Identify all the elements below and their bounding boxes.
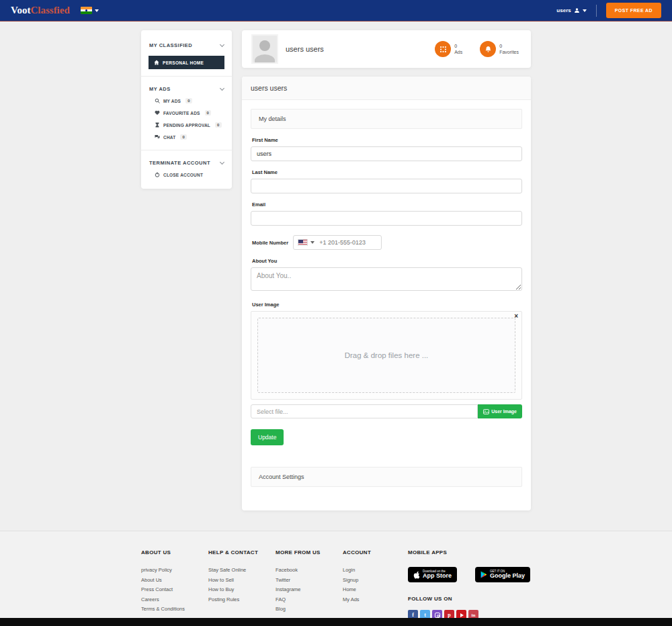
footer-column-title: ACCOUNT xyxy=(343,549,408,555)
ads-stat: 0Ads xyxy=(435,41,462,57)
sidebar-item-label: MY ADS xyxy=(163,99,181,103)
country-code-dropdown[interactable] xyxy=(298,239,314,246)
sidebar-item-chat[interactable]: CHAT 0 xyxy=(149,131,224,143)
section-title: TERMINATE ACCOUNT xyxy=(149,160,210,166)
favorites-stat: 0Favorites xyxy=(480,41,519,57)
sidebar-item-personal-home[interactable]: PERSONAL HOME xyxy=(149,56,224,69)
first-name-label: First Name xyxy=(252,137,521,143)
chevron-down-icon xyxy=(310,241,314,244)
app-store-badge[interactable]: Download on the App Store xyxy=(408,567,457,582)
camera-icon xyxy=(435,613,440,618)
chevron-down-icon xyxy=(220,42,224,46)
sidebar-item-favourite-ads[interactable]: FAVOURITE ADS 0 xyxy=(149,107,224,119)
appstore-line2: App Store xyxy=(423,573,452,579)
user-menu-label: users xyxy=(556,7,571,13)
us-flag-icon xyxy=(298,239,308,246)
update-button[interactable]: Update xyxy=(251,429,284,445)
search-ads-icon xyxy=(155,98,160,103)
bell-icon xyxy=(480,41,496,57)
post-free-ad-button[interactable]: POST FREE AD xyxy=(606,3,661,18)
first-name-input[interactable] xyxy=(251,146,522,161)
footer-link[interactable]: privacy Policy xyxy=(141,567,208,573)
hourglass-icon xyxy=(155,122,160,128)
user-image-label: User Image xyxy=(252,302,521,308)
user-icon xyxy=(574,7,580,13)
footer-link[interactable]: Press Contact xyxy=(141,586,208,592)
section-title: MY ADS xyxy=(149,86,171,92)
footer-link[interactable]: Instagrame xyxy=(276,586,343,592)
ads-count: 0 xyxy=(454,43,462,49)
google-play-icon xyxy=(480,571,487,578)
footer-link[interactable]: Home xyxy=(343,586,408,592)
footer-column-title: ABOUT US xyxy=(141,549,208,555)
count-badge: 0 xyxy=(205,110,212,116)
sidebar-item-close-account[interactable]: CLOSE ACCOUNT xyxy=(149,169,224,181)
divider xyxy=(141,76,232,77)
play-icon xyxy=(460,613,464,617)
close-icon[interactable]: × xyxy=(514,312,518,320)
footer-link[interactable]: Login xyxy=(343,567,408,573)
footer-link[interactable]: How to Buy xyxy=(208,586,276,592)
my-details-header: My details xyxy=(251,109,522,129)
site-logo[interactable]: VootClassfied xyxy=(11,5,70,16)
divider xyxy=(141,150,232,150)
footer-link[interactable]: Careers xyxy=(141,596,208,602)
card-title: users users xyxy=(242,77,531,100)
last-name-label: Last Name xyxy=(252,169,521,175)
follow-us-title: FOLLOW US ON xyxy=(408,596,531,602)
chevron-down-icon xyxy=(220,85,224,90)
footer-link[interactable]: Stay Safe Online xyxy=(208,567,276,573)
select-file-input[interactable] xyxy=(251,404,478,418)
bottom-black-bar xyxy=(0,618,672,626)
sidebar-item-label: CHAT xyxy=(163,135,175,140)
avatar xyxy=(251,34,278,64)
about-you-textarea[interactable] xyxy=(251,267,522,291)
footer-link[interactable]: How to Sell xyxy=(208,577,276,583)
footer-link[interactable]: Blog xyxy=(276,606,343,612)
logo-part1: Voot xyxy=(11,5,30,15)
footer-link[interactable]: My Ads xyxy=(343,596,408,602)
footer-column-help-contact: HELP & CONTACT Stay Safe Online How to S… xyxy=(208,549,276,620)
sidebar-section-my-classified[interactable]: MY CLASSIFIED xyxy=(149,40,224,51)
footer-column-title: MORE FROM US xyxy=(276,549,343,555)
dropzone[interactable]: Drag & drop files here ... xyxy=(257,318,515,393)
footer-link[interactable]: Twitter xyxy=(276,577,343,583)
india-flag-icon xyxy=(81,7,92,14)
count-badge: 0 xyxy=(215,122,222,128)
language-flag-dropdown[interactable] xyxy=(81,7,99,14)
logo-part2: Classfied xyxy=(30,5,69,15)
footer-link[interactable]: Posting Rules xyxy=(208,596,276,602)
footer-link[interactable]: Facebook xyxy=(276,567,343,573)
chevron-down-icon xyxy=(95,9,99,12)
footer-column-mobile-apps: MOBILE APPS Download on the App Store xyxy=(408,549,531,620)
google-play-badge[interactable]: GET IT ON Google Play xyxy=(475,567,530,582)
last-name-input[interactable] xyxy=(251,179,522,193)
email-input[interactable] xyxy=(251,211,522,226)
footer-link[interactable]: FAQ xyxy=(276,596,343,602)
section-title: MY CLASSIFIED xyxy=(149,42,192,48)
dropzone-text: Drag & drop files here ... xyxy=(345,351,429,359)
sidebar-item-label: PENDING APPROVAL xyxy=(163,123,210,128)
gplay-line2: Google Play xyxy=(490,573,525,579)
account-settings-header[interactable]: Account Settings xyxy=(251,467,522,487)
content-area: MY CLASSIFIED PERSONAL HOME MY ADS MY AD… xyxy=(141,30,672,510)
power-icon xyxy=(155,172,160,177)
top-navbar: VootClassfied users POST FREE AD xyxy=(0,0,672,21)
sidebar-item-my-ads[interactable]: MY ADS 0 xyxy=(149,95,224,107)
chat-icon xyxy=(155,134,160,140)
footer-link[interactable]: Signup xyxy=(343,577,408,583)
sidebar-section-my-ads[interactable]: MY ADS xyxy=(149,83,224,95)
footer-link[interactable]: Terms & Conditions xyxy=(141,606,208,612)
chevron-down-icon xyxy=(220,159,224,164)
user-menu[interactable]: users xyxy=(556,7,586,13)
user-image-upload-button[interactable]: User Image xyxy=(478,404,522,418)
footer-link[interactable]: About Us xyxy=(141,577,208,583)
chevron-down-icon xyxy=(583,9,587,12)
sidebar-item-pending-approval[interactable]: PENDING APPROVAL 0 xyxy=(149,119,224,131)
favorites-count: 0 xyxy=(499,43,519,49)
footer-column-account: ACCOUNT Login Signup Home My Ads xyxy=(343,549,408,620)
ads-label: Ads xyxy=(454,50,462,54)
sidebar-section-terminate-account[interactable]: TERMINATE ACCOUNT xyxy=(149,157,224,169)
dropzone-container: × Drag & drop files here ... xyxy=(251,311,522,400)
mobile-number-label: Mobile Number xyxy=(252,240,288,246)
